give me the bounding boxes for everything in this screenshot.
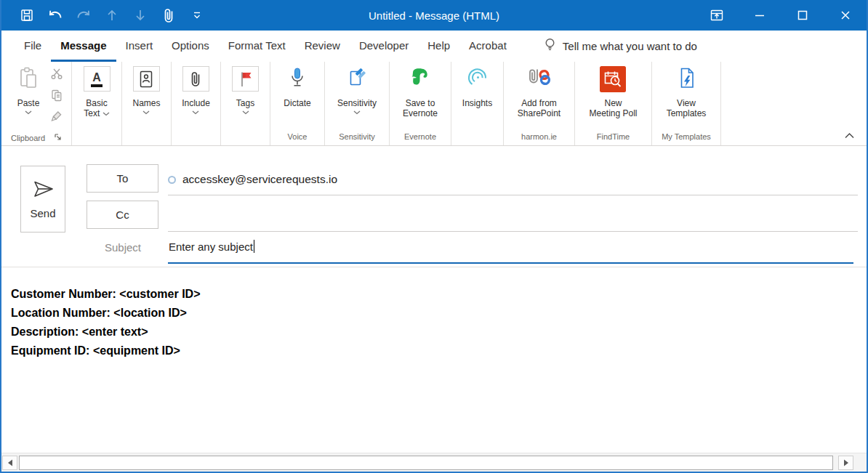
- lightbulb-icon: [544, 38, 556, 54]
- scroll-right-arrow[interactable]: [838, 456, 853, 470]
- group-voice: Dictate Voice: [270, 62, 325, 145]
- names-button[interactable]: Names: [131, 65, 161, 115]
- close-button[interactable]: [824, 0, 867, 31]
- to-field[interactable]: accesskey@servicerequests.io: [168, 164, 858, 195]
- group-harmonie: Add from SharePoint harmon.ie: [504, 62, 575, 145]
- body-line: Location Number: <location ID>: [11, 304, 856, 323]
- sensitivity-icon: [345, 65, 369, 98]
- subject-focus-underline: [168, 262, 853, 264]
- minimize-button[interactable]: [738, 0, 781, 31]
- chevron-down-icon: [353, 110, 361, 115]
- tab-acrobat[interactable]: Acrobat: [459, 31, 516, 62]
- group-names: Names: [122, 62, 172, 145]
- meeting-poll-icon: [600, 65, 626, 98]
- titlebar: Untitled - Message (HTML): [1, 0, 867, 31]
- move-up-icon[interactable]: [104, 7, 120, 23]
- subject-field[interactable]: Enter any subject: [169, 240, 254, 253]
- save-icon[interactable]: [19, 7, 35, 23]
- evernote-elephant-icon: [409, 65, 431, 98]
- address-book-icon: [133, 66, 160, 92]
- send-label: Send: [30, 207, 55, 219]
- tell-me-label: Tell me what you want to do: [563, 40, 697, 52]
- quick-access-toolbar: [1, 7, 205, 23]
- chevron-down-icon: [192, 110, 199, 115]
- scroll-left-arrow[interactable]: [2, 456, 17, 470]
- to-recipient: accesskey@servicerequests.io: [182, 173, 337, 186]
- group-my-templates: View Templates My Templates: [652, 62, 721, 145]
- group-basic-text: A Basic Text: [72, 62, 122, 145]
- format-painter-icon[interactable]: [50, 110, 63, 126]
- group-label-my-templates: My Templates: [652, 131, 720, 145]
- view-templates-button[interactable]: View Templates: [665, 65, 708, 118]
- horizontal-scrollbar: [1, 453, 867, 472]
- sensitivity-button[interactable]: Sensitivity: [336, 65, 378, 115]
- outlook-message-window: Untitled - Message (HTML) File Message: [0, 0, 868, 473]
- tab-help[interactable]: Help: [418, 31, 459, 62]
- send-button[interactable]: Send: [20, 166, 65, 233]
- insights-icon: [465, 65, 489, 98]
- tab-format-text[interactable]: Format Text: [219, 31, 295, 62]
- message-body-editor[interactable]: Customer Number: <customer ID> Location …: [1, 267, 867, 453]
- chevron-down-icon: [103, 112, 110, 116]
- microphone-icon: [286, 65, 308, 98]
- text-cursor: [254, 240, 254, 253]
- template-document-icon: [675, 65, 697, 98]
- sharepoint-attach-icon: [526, 65, 552, 98]
- send-plane-icon: [31, 179, 55, 198]
- group-clipboard: Paste: [1, 62, 72, 145]
- tab-file[interactable]: File: [15, 31, 51, 62]
- tab-message[interactable]: Message: [51, 31, 116, 62]
- group-label-harmonie: harmon.ie: [504, 131, 574, 145]
- insights-button[interactable]: Insights: [461, 65, 494, 108]
- move-down-icon[interactable]: [132, 7, 148, 23]
- ribbon-display-options-icon[interactable]: [695, 0, 738, 31]
- group-insights: Insights: [451, 62, 504, 145]
- group-label-sensitivity: Sensitivity: [325, 131, 389, 145]
- tell-me-box[interactable]: Tell me what you want to do: [544, 31, 697, 62]
- chevron-down-icon: [242, 110, 249, 115]
- save-to-evernote-button[interactable]: Save to Evernote: [401, 65, 439, 118]
- dialog-launcher-icon[interactable]: [54, 132, 62, 144]
- paperclip-icon: [182, 66, 209, 92]
- group-sensitivity: Sensitivity Sensitivity: [325, 62, 390, 145]
- tab-review[interactable]: Review: [295, 31, 350, 62]
- add-from-sharepoint-button[interactable]: Add from SharePoint: [516, 65, 562, 118]
- basic-text-icon: A: [84, 66, 110, 92]
- tab-developer[interactable]: Developer: [350, 31, 418, 62]
- group-label-evernote: Evernote: [390, 131, 451, 145]
- attach-file-icon[interactable]: [161, 7, 177, 23]
- maximize-button[interactable]: [781, 0, 824, 31]
- body-line: Description: <enter text>: [11, 323, 856, 341]
- subject-label: Subject: [105, 241, 141, 254]
- group-evernote: Save to Evernote Evernote: [390, 62, 451, 145]
- flag-icon: [232, 66, 259, 92]
- ribbon-tab-bar: File Message Insert Options Format Text …: [1, 31, 867, 62]
- paste-icon: [17, 65, 39, 98]
- copy-icon[interactable]: [50, 89, 63, 105]
- body-line: Customer Number: <customer ID>: [11, 285, 856, 304]
- tab-options[interactable]: Options: [162, 31, 219, 62]
- new-meeting-poll-button[interactable]: New Meeting Poll: [587, 65, 638, 118]
- cc-field[interactable]: [168, 201, 858, 232]
- window-controls: [695, 0, 867, 31]
- body-line: Equipment ID: <equipment ID>: [11, 341, 856, 360]
- collapse-ribbon-icon[interactable]: [844, 129, 855, 142]
- group-include: Include: [172, 62, 221, 145]
- cut-icon[interactable]: [50, 68, 63, 84]
- redo-icon[interactable]: [76, 7, 92, 23]
- basic-text-button[interactable]: A Basic Text: [82, 65, 112, 118]
- group-findtime: New Meeting Poll FindTime: [575, 62, 652, 145]
- cc-button[interactable]: Cc: [87, 201, 158, 229]
- undo-icon[interactable]: [47, 7, 63, 23]
- scrollbar-thumb[interactable]: [19, 456, 833, 470]
- group-label-findtime: FindTime: [575, 131, 651, 145]
- to-button[interactable]: To: [87, 164, 158, 193]
- tab-insert[interactable]: Insert: [116, 31, 163, 62]
- include-button[interactable]: Include: [180, 65, 212, 115]
- dictate-button[interactable]: Dictate: [282, 65, 312, 108]
- chevron-down-icon: [25, 110, 32, 115]
- customize-qat-icon[interactable]: [189, 7, 205, 23]
- tags-button[interactable]: Tags: [230, 65, 260, 115]
- ribbon: Paste: [1, 62, 867, 146]
- paste-button[interactable]: Paste: [9, 65, 47, 115]
